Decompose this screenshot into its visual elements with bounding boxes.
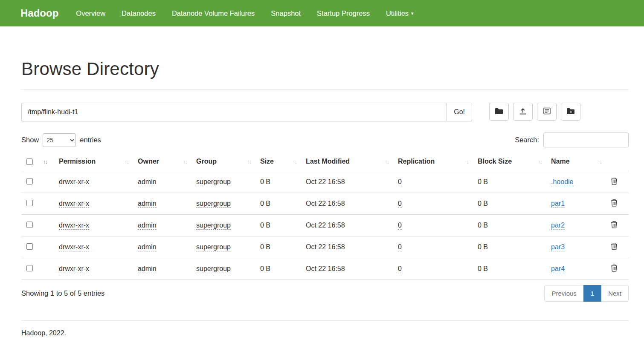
- group-cell: supergroup: [193, 258, 257, 280]
- group-value[interactable]: supergroup: [196, 265, 231, 273]
- row-checkbox[interactable]: [26, 200, 33, 206]
- brand-hadoop[interactable]: Hadoop: [20, 7, 58, 19]
- select-all-checkbox[interactable]: [26, 158, 33, 165]
- file-name-link[interactable]: par3: [551, 243, 565, 251]
- sort-icon[interactable]: ↑↓: [43, 158, 47, 165]
- owner-value[interactable]: admin: [138, 243, 157, 251]
- last-modified-cell: Oct 22 16:58: [302, 193, 395, 215]
- permission-value[interactable]: drwxr-xr-x: [59, 178, 89, 186]
- table-footer: Showing 1 to 5 of 5 entries Previous 1 N…: [21, 285, 629, 302]
- name-cell: .hoodie: [548, 171, 607, 193]
- block-size-value: 0 B: [478, 222, 488, 229]
- chevron-down-icon: ▾: [411, 11, 414, 16]
- permission-cell: drwxr-xr-x: [55, 171, 134, 193]
- path-row: Go!: [21, 103, 629, 121]
- last-modified-cell: Oct 22 16:58: [302, 258, 395, 280]
- row-checkbox[interactable]: [26, 243, 33, 250]
- page-size-select[interactable]: 25: [43, 133, 76, 147]
- row-checkbox[interactable]: [26, 178, 33, 184]
- column-header-owner[interactable]: Owner↑↓: [134, 153, 193, 171]
- create-directory-button[interactable]: [561, 103, 580, 121]
- nav-item-utilities-dropdown[interactable]: Utilities ▾: [378, 0, 422, 26]
- size-value: 0 B: [260, 200, 270, 207]
- permission-cell: drwxr-xr-x: [55, 193, 134, 215]
- block-size-cell: 0 B: [474, 193, 548, 215]
- trash-icon[interactable]: [611, 199, 618, 207]
- select-all-column-header[interactable]: ↑↓: [21, 153, 55, 171]
- owner-value[interactable]: admin: [138, 265, 157, 273]
- name-cell: par3: [548, 236, 607, 258]
- table-row: drwxr-xr-x admin supergroup 0 B Oct 22 1…: [21, 236, 629, 258]
- file-name-link[interactable]: par2: [551, 222, 565, 230]
- nav-item-datanode-volume-failures[interactable]: Datanode Volume Failures: [164, 0, 263, 26]
- row-select-cell: [21, 215, 55, 236]
- trash-icon[interactable]: [611, 177, 618, 185]
- trash-icon[interactable]: [611, 221, 618, 228]
- column-label: Replication: [398, 158, 435, 165]
- actions-cell: [607, 236, 629, 258]
- owner-value[interactable]: admin: [138, 200, 157, 208]
- trash-icon[interactable]: [611, 264, 618, 272]
- nav-item-datanodes[interactable]: Datanodes: [113, 0, 164, 26]
- column-header-replication[interactable]: Replication↑↓: [395, 153, 474, 171]
- search-group: Search:: [515, 133, 629, 147]
- next-page-button[interactable]: Next: [601, 285, 629, 302]
- block-size-cell: 0 B: [474, 215, 548, 236]
- block-size-value: 0 B: [478, 265, 488, 272]
- last-modified-value: Oct 22 16:58: [306, 200, 345, 207]
- column-header-permission[interactable]: Permission↑↓: [55, 153, 134, 171]
- block-size-value: 0 B: [478, 243, 488, 251]
- group-cell: supergroup: [193, 236, 257, 258]
- nav-item-startup-progress[interactable]: Startup Progress: [309, 0, 378, 26]
- replication-value[interactable]: 0: [398, 243, 402, 251]
- group-value[interactable]: supergroup: [196, 222, 231, 230]
- permission-value[interactable]: drwxr-xr-x: [59, 222, 89, 230]
- column-header-last-modified[interactable]: Last Modified↑↓: [302, 153, 395, 171]
- size-cell: 0 B: [257, 236, 302, 258]
- column-header-name[interactable]: Name↑↓: [548, 153, 607, 171]
- row-select-cell: [21, 193, 55, 215]
- column-header-size[interactable]: Size↑↓: [257, 153, 302, 171]
- group-value[interactable]: supergroup: [196, 243, 231, 251]
- block-size-cell: 0 B: [474, 171, 548, 193]
- owner-value[interactable]: admin: [138, 178, 157, 186]
- group-value[interactable]: supergroup: [196, 200, 231, 208]
- replication-value[interactable]: 0: [398, 178, 402, 186]
- nav-item-overview[interactable]: Overview: [68, 0, 113, 26]
- go-button[interactable]: Go!: [447, 103, 472, 121]
- row-checkbox[interactable]: [26, 265, 33, 271]
- upload-file-button[interactable]: [513, 103, 533, 121]
- column-header-group[interactable]: Group↑↓: [193, 153, 257, 171]
- replication-value[interactable]: 0: [398, 265, 402, 273]
- folder-icon: [495, 108, 503, 116]
- last-modified-value: Oct 22 16:58: [306, 178, 345, 185]
- directory-path-input[interactable]: [21, 103, 447, 121]
- file-list-button[interactable]: [537, 103, 557, 121]
- sort-icon: ↑↓: [598, 158, 601, 165]
- group-value[interactable]: supergroup: [196, 178, 231, 186]
- trash-icon[interactable]: [611, 242, 618, 250]
- table-row: drwxr-xr-x admin supergroup 0 B Oct 22 1…: [21, 171, 629, 193]
- search-input[interactable]: [543, 133, 629, 147]
- show-entries-group: Show 25 entries: [21, 133, 101, 147]
- permission-value[interactable]: drwxr-xr-x: [59, 243, 89, 251]
- replication-value[interactable]: 0: [398, 222, 402, 230]
- page-title: Browse Directory: [21, 59, 629, 79]
- permission-value[interactable]: drwxr-xr-x: [59, 265, 89, 273]
- previous-page-button[interactable]: Previous: [544, 285, 583, 302]
- permission-value[interactable]: drwxr-xr-x: [59, 200, 89, 208]
- row-checkbox[interactable]: [26, 222, 33, 228]
- column-header-block-size[interactable]: Block Size↑↓: [474, 153, 548, 171]
- page-1-button[interactable]: 1: [583, 285, 601, 302]
- last-modified-value: Oct 22 16:58: [306, 222, 345, 229]
- file-name-link[interactable]: par1: [551, 200, 565, 208]
- open-folder-button[interactable]: [489, 103, 509, 121]
- file-name-link[interactable]: .hoodie: [551, 178, 574, 186]
- nav-item-snapshot[interactable]: Snapshot: [263, 0, 309, 26]
- owner-value[interactable]: admin: [138, 222, 157, 230]
- name-cell: par1: [548, 193, 607, 215]
- replication-value[interactable]: 0: [398, 200, 402, 208]
- file-name-link[interactable]: par4: [551, 265, 565, 273]
- size-cell: 0 B: [257, 215, 302, 236]
- entries-label: entries: [80, 136, 101, 144]
